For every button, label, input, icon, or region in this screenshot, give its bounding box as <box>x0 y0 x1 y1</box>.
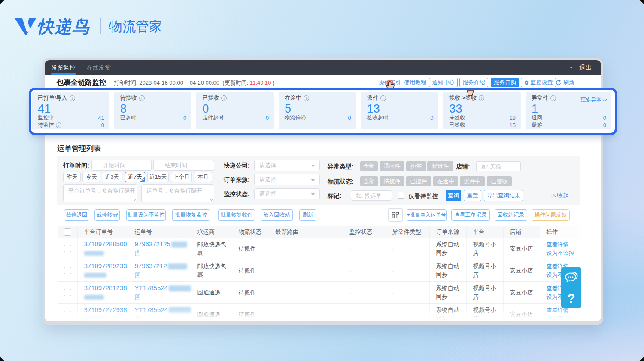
customer-service-button[interactable] <box>561 267 581 288</box>
logistics-option-button[interactable]: 已签收 <box>487 176 512 186</box>
collapse-link[interactable]: 收起 <box>552 192 569 199</box>
set-unmonitor-link[interactable]: 设为不监控 <box>547 249 577 257</box>
tag-input[interactable]: 如: 投诉单 <box>351 190 392 201</box>
express-select[interactable]: 请选择 <box>254 160 320 171</box>
quick-range-button[interactable]: 本月 <box>194 172 212 182</box>
set-unmonitor-link[interactable]: 设为不监控 <box>547 315 577 322</box>
stat-card: 揽收->签收 33 未签收18已签收15 <box>443 92 521 129</box>
logistics-option-button[interactable]: 全部 <box>360 176 378 186</box>
cell-waybill: 979637212 <box>128 260 191 281</box>
batch-restore-button[interactable]: 批量恢复监控 <box>172 209 210 221</box>
waybill-link[interactable]: YT1785524 <box>135 284 168 291</box>
cell-abnormal: - <box>386 281 429 303</box>
monitor-settings-button[interactable]: 监控设置 <box>521 78 556 87</box>
abnormal-option-button[interactable]: 全部 <box>360 161 378 171</box>
shop-input[interactable]: 如: 天猫 <box>476 161 521 171</box>
update-time-value: 11:49:10 <box>250 80 271 86</box>
logistics-option-button[interactable]: 待揽件 <box>380 176 404 186</box>
order-no-link[interactable]: 371097289233 <box>84 262 127 269</box>
logout-button[interactable]: 退出 <box>579 60 592 75</box>
start-time-input[interactable]: 开始时间 <box>91 160 152 171</box>
feedback-button[interactable]: 操作问题反馈 <box>532 209 570 221</box>
to-recycle-button[interactable]: 放入回收站 <box>261 209 293 221</box>
service-intro-button[interactable]: 服务介绍 <box>459 78 488 87</box>
hand-cursor-partial-icon <box>467 90 474 96</box>
notice-center-button[interactable]: 通知中心 <box>429 78 458 87</box>
info-icon[interactable] <box>139 95 145 101</box>
quick-range-button[interactable]: 今天 <box>82 172 100 182</box>
info-icon[interactable] <box>221 95 227 101</box>
page-toolbar: 包裹全链路监控 打印时间: 2023-04-16 00:00 ~ 04-20 0… <box>45 75 601 89</box>
header-cell-source: 订单来源 <box>429 226 466 238</box>
waybill-link[interactable]: YT1785524 <box>135 306 168 313</box>
end-time-input[interactable]: 结束时间 <box>153 160 214 171</box>
logistics-option-button[interactable]: 在途中 <box>433 176 458 186</box>
row-checkbox[interactable] <box>64 289 71 296</box>
quick-range-button[interactable]: 昨天 <box>63 172 81 182</box>
export-button[interactable]: 导出查询结果 <box>484 190 523 201</box>
info-icon[interactable] <box>380 95 386 101</box>
service-order-button[interactable]: 服务订购 <box>491 78 519 87</box>
reset-button[interactable]: 重置 <box>464 190 481 201</box>
order-no-link[interactable]: 371097272938 <box>84 306 127 313</box>
row-checkbox[interactable] <box>64 245 71 252</box>
stat-sub-value: 0 <box>430 115 433 121</box>
info-icon[interactable] <box>70 95 75 101</box>
order-no-textarea[interactable]: 平台订单号，多条换行隔开 <box>63 184 137 202</box>
quick-range-button[interactable]: 近3天 <box>102 172 122 182</box>
row-checkbox[interactable] <box>64 311 71 318</box>
row-checkbox[interactable] <box>64 267 71 274</box>
abnormal-option-button[interactable]: 疑难件 <box>427 161 453 171</box>
stat-card: 待揽收 8 已超时0 <box>114 92 192 129</box>
refresh-table-button[interactable]: 刷新 <box>299 209 316 221</box>
source-select[interactable]: 请选择 <box>254 174 320 185</box>
copy-icon[interactable] <box>135 272 140 278</box>
stat-sub-label: 疑难 <box>532 122 542 129</box>
batch-print-button[interactable] <box>388 208 403 222</box>
info-icon[interactable] <box>56 122 61 128</box>
order-no-link[interactable]: 371097288500 <box>84 240 127 248</box>
tab-shipping-monitor[interactable]: 发货监控 <box>52 60 76 75</box>
logistics-option-button[interactable]: 已揽件 <box>406 176 431 186</box>
abnormal-option-button[interactable]: 退回件 <box>380 161 404 171</box>
tutorial-link[interactable]: 使用教程 <box>404 79 426 86</box>
resize-grip-icon[interactable] <box>133 197 136 201</box>
stop-forward-button[interactable]: 截停转寄 <box>94 209 120 221</box>
tab-online-shipping[interactable]: 在线发货 <box>87 60 111 75</box>
info-icon[interactable] <box>304 95 309 101</box>
view-detail-link[interactable]: 查看详情 <box>547 240 577 249</box>
order-no-link[interactable]: 371097281238 <box>84 284 127 291</box>
waybill-link[interactable]: 979637212 <box>135 262 167 269</box>
waybill-textarea[interactable]: 运单号，多条换行隔开 <box>141 184 214 202</box>
copy-icon[interactable] <box>135 250 140 256</box>
stat-sub-label: 退回 <box>532 114 542 122</box>
refresh-link[interactable]: 刷新 <box>556 79 574 86</box>
copy-icon[interactable] <box>135 316 140 321</box>
cell-source: 系统自动同步 <box>429 238 466 260</box>
monitor-select[interactable]: 请选择 <box>254 188 320 199</box>
recycle-records-button[interactable]: 回收站记录 <box>495 209 527 221</box>
only-pending-checkbox[interactable] <box>398 192 404 199</box>
info-icon[interactable] <box>550 95 556 101</box>
batch-import-button[interactable]: +批量导入运单号 <box>407 209 447 221</box>
stop-return-button[interactable]: 截停退回 <box>64 209 89 221</box>
cell-platform: 视频号小店 <box>466 303 503 321</box>
resize-grip-icon[interactable] <box>210 197 213 201</box>
quick-range-button[interactable]: 上个月 <box>171 172 192 182</box>
copy-icon[interactable] <box>135 294 140 300</box>
cell-route <box>269 238 343 260</box>
logistics-option-button[interactable]: 派件中 <box>460 176 485 186</box>
select-all-checkbox[interactable] <box>64 228 71 236</box>
ticket-records-button[interactable]: 查看工单记录 <box>451 209 490 221</box>
quick-range-button[interactable]: 近7天 <box>125 172 145 182</box>
page-title: 包裹全链路监控 <box>57 78 106 87</box>
info-icon[interactable] <box>479 95 484 101</box>
more-abnormal-link[interactable]: 更多异常 <box>580 96 606 104</box>
quick-range-button[interactable]: 近15天 <box>147 172 169 182</box>
batch-sign-button[interactable]: 批量转签收件 <box>218 209 255 221</box>
abnormal-option-button[interactable]: 拒签 <box>406 161 426 171</box>
waybill-link[interactable]: 9796372125 <box>135 240 170 248</box>
batch-unmonitor-button[interactable]: 批量设为不监控 <box>126 209 166 221</box>
help-button[interactable]: ? <box>561 288 581 308</box>
query-button[interactable]: 查询 <box>446 190 461 201</box>
